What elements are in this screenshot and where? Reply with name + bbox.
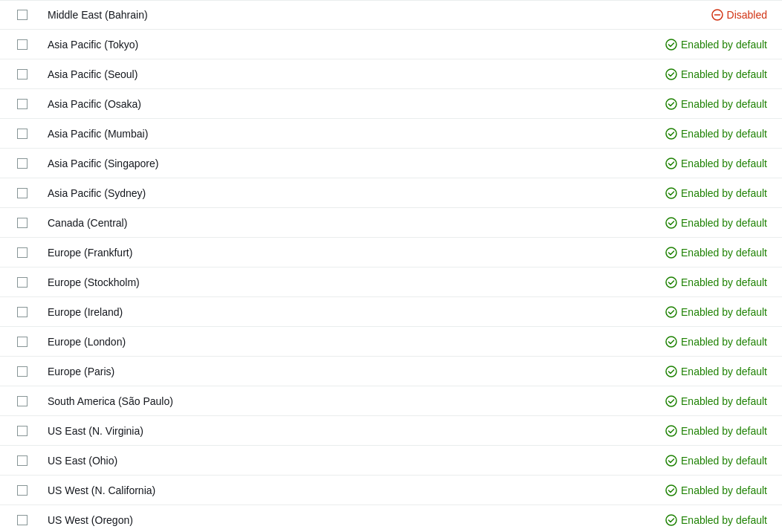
table-row: Middle East (Bahrain) Disabled <box>0 0 782 30</box>
svg-point-2 <box>666 39 676 50</box>
region-name: Europe (London) <box>45 336 618 348</box>
row-checkbox[interactable] <box>17 337 28 347</box>
svg-point-3 <box>666 69 676 80</box>
checkbox-cell <box>0 307 45 317</box>
status-cell: Enabled by default <box>618 484 782 496</box>
checkbox-cell <box>0 337 45 347</box>
status-cell: Enabled by default <box>618 68 782 80</box>
status-cell: Enabled by default <box>618 98 782 110</box>
status-enabled: Enabled by default <box>665 98 767 110</box>
status-label: Enabled by default <box>681 336 767 348</box>
svg-point-7 <box>666 188 676 198</box>
region-name: Asia Pacific (Tokyo) <box>45 39 618 51</box>
row-checkbox[interactable] <box>17 69 28 80</box>
checkbox-cell <box>0 277 45 288</box>
checkbox-cell <box>0 247 45 258</box>
row-checkbox[interactable] <box>17 426 28 436</box>
row-checkbox[interactable] <box>17 247 28 258</box>
status-enabled: Enabled by default <box>665 158 767 169</box>
table-row: US West (N. California) Enabled by defau… <box>0 476 782 505</box>
status-enabled: Enabled by default <box>665 336 767 348</box>
status-enabled: Enabled by default <box>665 187 767 199</box>
region-name: Europe (Frankfurt) <box>45 247 618 259</box>
status-cell: Enabled by default <box>618 247 782 259</box>
row-checkbox[interactable] <box>17 188 28 198</box>
table-row: Europe (London) Enabled by default <box>0 327 782 357</box>
check-circle-icon <box>665 395 677 407</box>
status-label: Enabled by default <box>681 187 767 199</box>
table-row: Canada (Central) Enabled by default <box>0 208 782 238</box>
row-checkbox[interactable] <box>17 218 28 228</box>
status-label: Enabled by default <box>681 247 767 259</box>
svg-point-15 <box>666 426 676 436</box>
svg-point-4 <box>666 99 676 109</box>
table-row: Asia Pacific (Sydney) Enabled by default <box>0 178 782 208</box>
row-checkbox[interactable] <box>17 99 28 109</box>
region-name: Europe (Ireland) <box>45 306 618 318</box>
row-checkbox[interactable] <box>17 307 28 317</box>
row-checkbox[interactable] <box>17 10 28 20</box>
checkbox-cell <box>0 426 45 436</box>
status-enabled: Enabled by default <box>665 514 767 526</box>
status-enabled: Enabled by default <box>665 68 767 80</box>
region-name: Europe (Paris) <box>45 366 618 377</box>
region-name: US East (N. Virginia) <box>45 425 618 437</box>
region-name: US East (Ohio) <box>45 455 618 467</box>
row-checkbox[interactable] <box>17 396 28 406</box>
status-enabled: Enabled by default <box>665 395 767 407</box>
status-cell: Disabled <box>618 9 782 21</box>
table-row: Asia Pacific (Mumbai) Enabled by default <box>0 119 782 149</box>
status-enabled: Enabled by default <box>665 247 767 259</box>
checkbox-cell <box>0 69 45 80</box>
checkbox-cell <box>0 396 45 406</box>
table-row: Asia Pacific (Singapore) Enabled by defa… <box>0 149 782 178</box>
status-cell: Enabled by default <box>618 158 782 169</box>
checkbox-cell <box>0 10 45 20</box>
row-checkbox[interactable] <box>17 366 28 377</box>
status-enabled: Enabled by default <box>665 39 767 51</box>
status-cell: Enabled by default <box>618 39 782 51</box>
table-row: US West (Oregon) Enabled by default <box>0 505 782 532</box>
checkbox-cell <box>0 366 45 377</box>
region-name: Asia Pacific (Seoul) <box>45 68 618 80</box>
check-circle-icon <box>665 187 677 199</box>
region-name: Asia Pacific (Mumbai) <box>45 128 618 140</box>
check-circle-icon <box>665 276 677 288</box>
row-checkbox[interactable] <box>17 515 28 525</box>
region-name: South America (São Paulo) <box>45 395 618 407</box>
status-label: Enabled by default <box>681 128 767 140</box>
checkbox-cell <box>0 39 45 50</box>
status-label: Enabled by default <box>681 366 767 377</box>
status-label: Enabled by default <box>681 484 767 496</box>
svg-point-13 <box>666 366 676 377</box>
status-cell: Enabled by default <box>618 336 782 348</box>
regions-table: Middle East (Bahrain) DisabledAsia Pacif… <box>0 0 782 532</box>
status-label: Enabled by default <box>681 306 767 318</box>
row-checkbox[interactable] <box>17 485 28 496</box>
status-cell: Enabled by default <box>618 514 782 526</box>
check-circle-icon <box>665 514 677 526</box>
row-checkbox[interactable] <box>17 158 28 169</box>
row-checkbox[interactable] <box>17 277 28 288</box>
row-checkbox[interactable] <box>17 39 28 50</box>
status-label: Enabled by default <box>681 276 767 288</box>
check-circle-icon <box>665 217 677 229</box>
region-name: Middle East (Bahrain) <box>45 9 618 21</box>
row-checkbox[interactable] <box>17 455 28 466</box>
status-cell: Enabled by default <box>618 366 782 377</box>
check-circle-icon <box>665 98 677 110</box>
check-circle-icon <box>665 336 677 348</box>
svg-point-12 <box>666 337 676 347</box>
checkbox-cell <box>0 515 45 525</box>
status-label: Enabled by default <box>681 158 767 169</box>
status-cell: Enabled by default <box>618 128 782 140</box>
table-row: Asia Pacific (Osaka) Enabled by default <box>0 89 782 119</box>
status-enabled: Enabled by default <box>665 484 767 496</box>
status-cell: Enabled by default <box>618 455 782 467</box>
status-enabled: Enabled by default <box>665 128 767 140</box>
status-cell: Enabled by default <box>618 217 782 229</box>
svg-point-9 <box>666 247 676 258</box>
row-checkbox[interactable] <box>17 129 28 139</box>
checkbox-cell <box>0 455 45 466</box>
table-row: US East (Ohio) Enabled by default <box>0 446 782 476</box>
